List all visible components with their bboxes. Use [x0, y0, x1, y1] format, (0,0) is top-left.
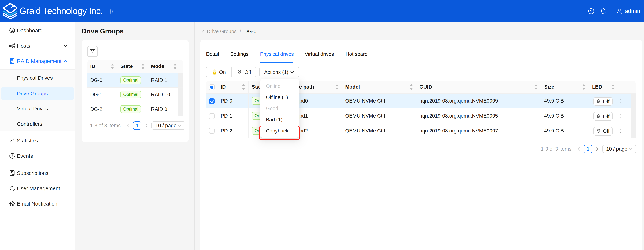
svg-text:?: ? — [590, 9, 592, 13]
